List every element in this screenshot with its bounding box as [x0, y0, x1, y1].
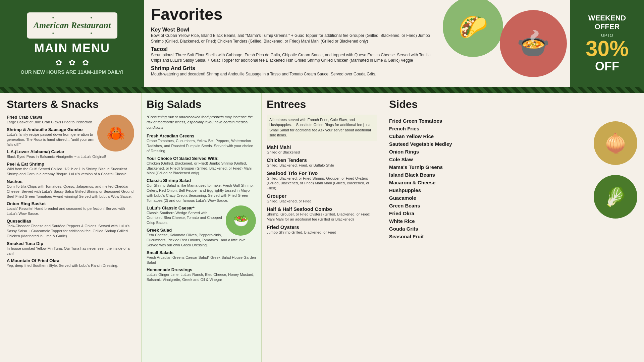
sides-title: Sides [389, 98, 637, 111]
sides-onion-rings-image: 🧅 [594, 121, 637, 165]
flower-icon-1: ✿ [55, 58, 62, 67]
starter-9-desc: Yep, deep-fried Southern Style. Served w… [7, 263, 134, 268]
side-item-16: Seasonal Fruit [389, 234, 594, 239]
entree-4-desc: Grilled, Blackened, or Fried [267, 199, 377, 203]
salad-2-desc: Chicken (Grilled, Blackened, or Fried) J… [147, 161, 256, 176]
side-item-13: Fried Okra [389, 210, 594, 216]
starters-food-image: 🦀 [97, 115, 134, 152]
starter-5-desc: Corn Tortilla Chips with Tomatoes, Queso… [7, 184, 134, 199]
favorites-item-1: Key West Bowl Bowl of Cuban Yellow Rice,… [151, 27, 436, 44]
salad-6-name: Small Salads [147, 250, 256, 255]
brand-dots-left: • • [34, 15, 111, 20]
main-menu-title: MAIN MENU [34, 41, 110, 55]
entree-6-name: Fried Oysters [267, 224, 377, 230]
salad-7-desc: LuLu's Ginger Lime, LuLu's Ranch, Bleu C… [147, 272, 256, 282]
side-item-11: Guacamole [389, 195, 594, 201]
starter-9-name: A Mountain Of Fried Okra [7, 258, 134, 263]
weekend-offer-percent: 30% [586, 38, 629, 59]
entree-3-name: Seafood Trio For Two [267, 170, 377, 176]
entree-3-desc: Grilled, Blackened, or Fried Shrimp, Gro… [267, 176, 377, 190]
food-image-bowl: 🍲 [500, 10, 567, 77]
salads-warning: *Consuming raw or undercooked food produ… [147, 115, 256, 130]
side-item-8: Island Black Beans [389, 172, 594, 178]
salad-item-2: Your Choice Of Salad Served With: Chicke… [147, 156, 256, 176]
side-item-9: Macaroni & Cheese [389, 180, 594, 185]
side-item-15: Gouda Grits [389, 226, 594, 232]
brand-panel: • • American Restaurant • • MAIN MENU ✿ … [0, 0, 144, 87]
entree-5-desc: Shrimp, Grouper, or Fried Oysters (Grill… [267, 212, 377, 222]
favorites-item-1-desc: Bowl of Cuban Yellow Rice, Island Black … [151, 33, 436, 44]
starter-7-desc: Jack-Cheddar Cheese and Sautéed Peppers … [7, 224, 134, 239]
entree-item-2: Chicken Tenders Grilled, Blackened, Frie… [267, 157, 377, 168]
starter-7-name: Quesadillas [7, 219, 134, 224]
weekend-offer: WEEKEND OFFER UPTO 30% OFF [570, 0, 644, 87]
salad-6-desc: Fresh Arcadian Greens Caesar Salad* Gree… [147, 255, 256, 265]
entree-6-desc: Jumbo Shrimp Grilled, Blackened, or Frie… [267, 230, 377, 235]
starter-8-desc: In-house smoked Yellow Fin Tuna. Our Tun… [7, 246, 134, 256]
flower-icon-2: ✿ [69, 58, 75, 67]
side-item-14: White Rice [389, 218, 594, 224]
sides-list: Fried Green Tomatoes French Fries Cuban … [389, 118, 594, 239]
weekend-offer-off: OFF [595, 59, 619, 73]
salad-item-6: Small Salads Fresh Arcadian Greens Caesa… [147, 250, 256, 265]
hours-text: OUR NEW HOURS ARE 11AM-10PM DAILY! [20, 69, 123, 75]
salad-item-3: Classic Shrimp Salad Our Shrimp Salad is… [147, 178, 256, 203]
entree-5-name: Half & Half Seafood Combo [267, 206, 377, 212]
side-item-10: Hushpuppies [389, 187, 594, 193]
entree-2-desc: Grilled, Blackened, Fried, or Buffalo St… [267, 163, 377, 168]
favorites-item-2-name: Tacos! [151, 46, 436, 52]
salads-title: Big Salads [147, 98, 256, 111]
side-item-12: Green Beans [389, 203, 594, 208]
sides-greens-image: 🥬 [594, 175, 637, 219]
entree-item-5: Half & Half Seafood Combo Shrimp, Groupe… [267, 206, 377, 222]
starter-8-name: Smoked Tuna Dip [7, 241, 134, 246]
salads-section: Big Salads *Consuming raw or undercooked… [141, 93, 262, 362]
food-images-area: 🌮 🍲 [443, 0, 570, 87]
starter-item-4: Peel & Eat Shrimp Wild from the Gulf! Se… [7, 162, 134, 177]
side-item-4: Sauteed Vegetable Medley [389, 141, 594, 147]
favorites-title: Favorites [151, 5, 436, 23]
starters-title: Starters & Snacks [7, 98, 134, 111]
food-image-tacos: 🌮 [443, 0, 503, 57]
side-item-6: Cole Slaw [389, 157, 594, 162]
favorites-item-2-desc: Scrumptious! Three Soft Flour Shells wit… [151, 52, 436, 64]
salad-item-7: Homemade Dressings LuLu's Ginger Lime, L… [147, 267, 256, 282]
starter-6-desc: Locals' Favorite! Hand-breaded and seaso… [7, 206, 134, 216]
side-item-5: Onion Rings [389, 149, 594, 155]
salad-2-name: Your Choice Of Salad Served With: [147, 156, 256, 161]
brand-badge: • • American Restaurant • • [27, 12, 117, 39]
entrees-title: Entrees [267, 98, 377, 111]
salad-item-1: Fresh Arcadian Greens Grape Tomatoes, Cu… [147, 133, 256, 154]
entree-1-name: Mahi Mahi [267, 144, 377, 150]
starter-6-name: Onion Ring Basket [7, 201, 134, 206]
favorites-item-3-desc: Mouth-watering and decadent! Shrimp and … [151, 71, 436, 77]
side-item-2: French Fries [389, 126, 594, 131]
starter-4-name: Peel & Eat Shrimp [7, 162, 134, 167]
starter-item-8: Smoked Tuna Dip In-house smoked Yellow F… [7, 241, 134, 256]
starter-item-9: A Mountain Of Fried Okra Yep, deep-fried… [7, 258, 134, 268]
entree-4-name: Grouper [267, 193, 377, 199]
entree-2-name: Chicken Tenders [267, 157, 377, 163]
starter-item-7: Quesadillas Jack-Cheddar Cheese and Saut… [7, 219, 134, 239]
restaurant-name: American Restaurant [34, 20, 111, 31]
zigzag-divider [0, 87, 644, 93]
salad-3-desc: Our Shrimp Salad is like Mama used to ma… [147, 183, 256, 203]
favorites-panel: Favorites Key West Bowl Bowl of Cuban Ye… [144, 0, 443, 87]
salad-1-desc: Grape Tomatoes, Cucumbers, Yellow Bell P… [147, 138, 256, 154]
starter-item-5: Nachos Corn Tortilla Chips with Tomatoes… [7, 179, 134, 199]
salad-7-name: Homemade Dressings [147, 267, 256, 272]
favorites-item-1-name: Key West Bowl [151, 27, 436, 33]
brand-dots-bottom: • • [34, 31, 111, 36]
weekend-offer-label: WEEKEND OFFER [577, 14, 637, 32]
starter-5-name: Nachos [7, 179, 134, 184]
entree-1-desc: Grilled or Blackened [267, 150, 377, 155]
entrees-note: All entrees served with French Fries, Co… [267, 115, 377, 141]
entrees-section: Entrees All entrees served with French F… [262, 93, 382, 362]
flower-row: ✿ ✿ ✿ [55, 58, 89, 67]
side-item-7: Mama's Turnip Greens [389, 164, 594, 170]
salad-3-name: Classic Shrimp Salad [147, 178, 256, 183]
salad-food-image: 🥗 [226, 205, 256, 236]
side-item-1: Fried Green Tomatoes [389, 118, 594, 124]
flower-icon-3: ✿ [82, 58, 89, 67]
favorites-item-3: Shrimp And Grits Mouth-watering and deca… [151, 65, 436, 77]
